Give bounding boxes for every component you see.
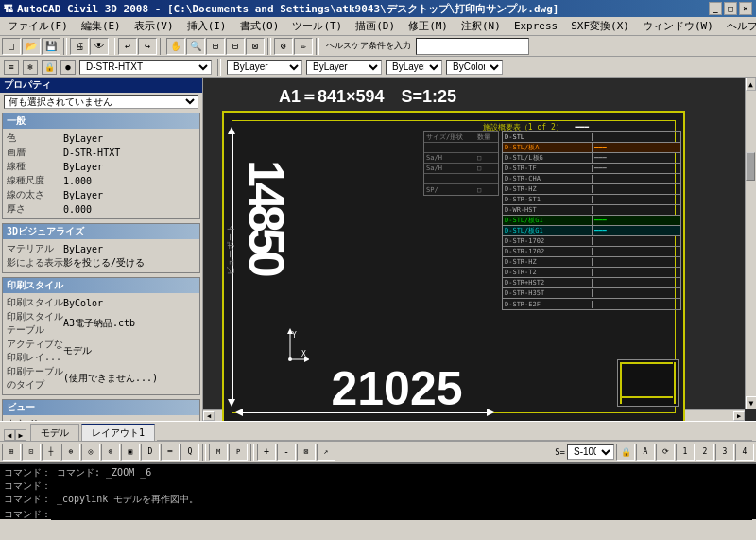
cmd-prompt-active: コマンド： xyxy=(4,508,51,521)
menu-annotate[interactable]: 注釈(N) xyxy=(455,18,507,34)
nav3d-button[interactable]: ↗ xyxy=(317,444,335,461)
command-input[interactable] xyxy=(51,510,752,520)
zoom-all-button[interactable]: ⊠ xyxy=(297,444,316,461)
new-button[interactable]: □ xyxy=(2,38,21,55)
menu-express[interactable]: Express xyxy=(508,19,563,33)
model-space-button[interactable]: M xyxy=(209,444,228,461)
printstyle-section: 印刷スタイル 印刷スタイル ByColor 印刷スタイルテーブル A3電子納品.… xyxy=(2,277,200,395)
layer-lock-button[interactable]: 🔒 xyxy=(42,60,57,75)
paper-space-button[interactable]: P xyxy=(229,444,248,461)
separator-bottom xyxy=(202,444,206,461)
ortho-button[interactable]: ┼ xyxy=(42,444,60,461)
zoom-in-button[interactable]: + xyxy=(257,444,276,461)
grid-button[interactable]: ⊡ xyxy=(22,444,41,461)
viewport-lock-button[interactable]: 🔒 xyxy=(616,444,635,461)
close-button[interactable]: × xyxy=(739,2,752,15)
title-bar: 🏗 AutoCAD Civil 3D 2008 - [C:\Documents … xyxy=(0,0,756,17)
undo-button[interactable]: ↩ xyxy=(118,38,137,55)
menu-help[interactable]: ヘルプ(H) xyxy=(721,18,756,34)
lineweight-dropdown[interactable]: ByLayer xyxy=(386,60,442,75)
svg-text:X: X xyxy=(301,350,306,358)
save-button[interactable]: 💾 xyxy=(42,38,60,55)
layer-freeze-button[interactable]: ❄ xyxy=(23,60,38,75)
plotstyle-type-value: (使用できません...) xyxy=(63,372,196,385)
status2-button[interactable]: 2 xyxy=(696,444,714,461)
layer-color-button[interactable]: ● xyxy=(60,60,76,75)
pan-button[interactable]: ✋ xyxy=(166,38,185,55)
menu-view[interactable]: 表示(V) xyxy=(129,18,180,34)
linetype-dropdown[interactable]: ByLayer xyxy=(306,60,382,75)
tab-next-button[interactable]: ▶ xyxy=(15,429,26,441)
status3-button[interactable]: 3 xyxy=(715,444,734,461)
menu-tools[interactable]: ツール(T) xyxy=(286,18,348,34)
cmd-prompt-1: コマンド： xyxy=(4,467,51,478)
scroll-thumb[interactable] xyxy=(746,152,755,181)
redo-button[interactable]: ↪ xyxy=(138,38,157,55)
print-button[interactable]: 🖨 xyxy=(70,38,89,55)
menu-insert[interactable]: 挿入(I) xyxy=(181,18,232,34)
linewidth-button[interactable]: ═ xyxy=(161,444,180,461)
object-type-dropdown[interactable]: 何も選択されていません xyxy=(4,95,198,109)
zoom-window-button[interactable]: ⊞ xyxy=(206,38,225,55)
vertical-scrollbar[interactable]: ▲ ▼ xyxy=(745,78,756,409)
dim-arrow-bottom xyxy=(235,411,494,413)
otrack-button[interactable]: ⊗ xyxy=(101,444,120,461)
table-row: D-STR-HZ xyxy=(503,184,680,195)
plotstyle-table-property: 印刷スタイルテーブル A3電子納品.ctb xyxy=(7,310,196,337)
open-button[interactable]: 📂 xyxy=(22,38,41,55)
zoom-extent-button[interactable]: ⊠ xyxy=(246,38,265,55)
plotstyle-dropdown[interactable]: ByColor xyxy=(446,60,503,75)
paper-outer-border: 14850 施設概要表（1 of 2） ━━━ D-STL D-S xyxy=(222,111,685,421)
dyn-button[interactable]: D xyxy=(141,444,160,461)
tab-spacer xyxy=(157,440,752,441)
minimize-button[interactable]: _ xyxy=(709,2,722,15)
scroll-down-button[interactable]: ▼ xyxy=(746,396,756,409)
cmd-input-line[interactable]: コマンド： xyxy=(4,508,752,521)
matchprop-button[interactable]: ✏ xyxy=(294,38,313,55)
shadow-value: 影を投じる/受ける xyxy=(63,256,196,270)
menu-sxf[interactable]: SXF変換(X) xyxy=(565,18,635,34)
viewport-scale-dropdown[interactable]: S-100 xyxy=(567,444,614,460)
properties-button[interactable]: ⚙ xyxy=(274,38,293,55)
zoom-button[interactable]: 🔍 xyxy=(186,38,205,55)
layer-dropdown[interactable]: D-STR-HTXT xyxy=(79,60,212,75)
snap-button[interactable]: ⊞ xyxy=(2,444,21,461)
zoom-out-button[interactable]: - xyxy=(277,444,296,461)
scroll-up-button[interactable]: ▲ xyxy=(746,78,756,91)
cmd-line-2: コマンド： xyxy=(4,479,752,493)
menu-edit[interactable]: 編集(E) xyxy=(76,18,127,34)
drawing-viewport[interactable]: ビューポート A1＝841×594 S=1:25 14850 施設概要表（1 o… xyxy=(203,78,756,421)
general-properties: 色 ByLayer 画層 D-STR-HTXT 線種 ByLayer 線種尺度 … xyxy=(3,129,199,218)
tab-prev-button[interactable]: ◀ xyxy=(4,429,15,441)
ltscale-property: 線種尺度 1.000 xyxy=(7,174,196,187)
preview-button[interactable]: 👁 xyxy=(90,38,109,55)
menu-window[interactable]: ウィンドウ(W) xyxy=(637,18,719,34)
view-title: ビュー xyxy=(3,400,199,415)
qp-button[interactable]: Q xyxy=(180,444,199,461)
layer-manager-button[interactable]: ≡ xyxy=(4,60,19,75)
color-dropdown[interactable]: ByLayer xyxy=(227,60,302,75)
osnap-button[interactable]: ◎ xyxy=(81,444,100,461)
status1-button[interactable]: 1 xyxy=(676,444,695,461)
quick-calc-input[interactable] xyxy=(416,38,529,55)
status4-button[interactable]: 4 xyxy=(735,444,754,461)
cmd-line-3: コマンド： _copylink モデルを再作図中。 xyxy=(4,493,752,506)
tab-layout1[interactable]: レイアウト1 xyxy=(81,424,155,441)
zoom-prev-button[interactable]: ⊟ xyxy=(226,38,245,55)
thickness-label: 厚さ xyxy=(7,202,63,216)
menu-draw[interactable]: 描画(D) xyxy=(350,18,401,34)
maximize-button[interactable]: □ xyxy=(724,2,737,15)
scroll-left-button[interactable]: ◀ xyxy=(203,411,215,421)
centerx-property: 中心 X 168391.778 xyxy=(7,418,196,421)
menu-format[interactable]: 書式(O) xyxy=(234,18,285,34)
tab-model[interactable]: モデル xyxy=(30,424,79,441)
sync-scale-button[interactable]: ⟳ xyxy=(656,444,675,461)
anno-scale-button[interactable]: A xyxy=(636,444,655,461)
polar-button[interactable]: ⊕ xyxy=(61,444,80,461)
scroll-right-button[interactable]: ▶ xyxy=(733,411,745,421)
ducs-button[interactable]: ▣ xyxy=(121,444,140,461)
menu-modify[interactable]: 修正(M) xyxy=(403,18,454,34)
color-property: 色 ByLayer xyxy=(7,131,196,145)
menu-file[interactable]: ファイル(F) xyxy=(2,18,74,34)
panel-header: プロパティ xyxy=(0,78,202,93)
